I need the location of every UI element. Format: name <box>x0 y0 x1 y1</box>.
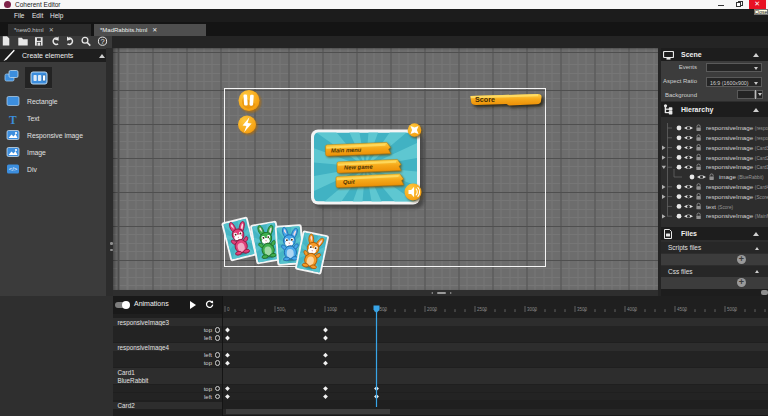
svg-text:responsiveImage (MainMenu): responsiveImage (MainMenu) <box>706 212 768 219</box>
svg-text:Main menu: Main menu <box>331 147 362 154</box>
svg-text:text (Score): text (Score) <box>706 203 734 210</box>
svg-text:1000: 1000 <box>327 307 338 312</box>
svg-text:4000: 4000 <box>627 307 638 312</box>
svg-text:0: 0 <box>227 307 230 312</box>
svg-text:T: T <box>9 114 17 126</box>
svg-text:2000: 2000 <box>427 307 438 312</box>
svg-text:responsiveImage (responsiveIm: responsiveImage (responsiveIm <box>706 124 768 131</box>
svg-text:</>: </> <box>9 166 18 172</box>
svg-text:responsiveImage (Card3): responsiveImage (Card3) <box>706 144 768 151</box>
svg-text:responsiveImage (Card1): responsiveImage (Card1) <box>706 163 768 170</box>
svg-text:5000: 5000 <box>727 307 738 312</box>
svg-text:4500: 4500 <box>677 307 688 312</box>
svg-text:500: 500 <box>277 307 285 312</box>
svg-text:3000: 3000 <box>527 307 538 312</box>
svg-text:responsiveImage (ScoreBoard): responsiveImage (ScoreBoard) <box>706 193 768 200</box>
svg-text:responsiveImage (Card4): responsiveImage (Card4) <box>706 183 768 190</box>
svg-text:responsiveImage (responsiveIm: responsiveImage (responsiveIm <box>706 134 768 141</box>
svg-text:New game: New game <box>344 164 374 171</box>
svg-text:3500: 3500 <box>577 307 588 312</box>
svg-text:responsiveImage (Card2): responsiveImage (Card2) <box>706 154 768 161</box>
svg-text:2500: 2500 <box>477 307 488 312</box>
svg-text:Quit: Quit <box>343 179 356 185</box>
svg-text:image (BlueRabbit): image (BlueRabbit) <box>719 173 764 180</box>
svg-text:?: ? <box>100 37 104 46</box>
svg-text:Score: Score <box>475 95 495 104</box>
